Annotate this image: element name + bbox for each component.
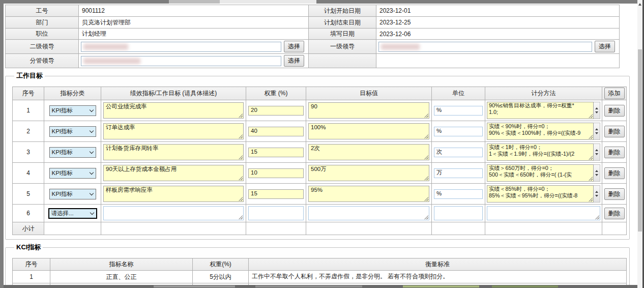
second-level-leader-input[interactable] <box>81 42 281 52</box>
subtotal-empty <box>44 222 101 235</box>
spinner-up-icon[interactable] <box>595 170 598 172</box>
scoring-textarea[interactable] <box>487 206 600 220</box>
scoring-spinner[interactable] <box>594 102 600 119</box>
scoring-spinner[interactable] <box>594 164 600 182</box>
category-select[interactable]: KPI指标 <box>49 126 96 137</box>
subtotal-empty <box>101 222 246 235</box>
first-level-leader-input[interactable] <box>378 42 592 52</box>
unit-input[interactable]: % <box>434 106 483 116</box>
category-select[interactable]: 请选择... <box>48 208 97 219</box>
kci-header-standard: 衡量标准 <box>249 258 627 271</box>
goal-textarea[interactable] <box>103 206 244 220</box>
spinner-down-icon[interactable] <box>595 153 598 155</box>
unit-input[interactable]: % <box>434 127 483 136</box>
spinner-up-icon[interactable] <box>595 128 598 130</box>
add-row-button[interactable]: 添加 <box>604 88 625 99</box>
unit-input[interactable]: 万 <box>434 168 483 178</box>
spinner-down-icon[interactable] <box>595 195 598 197</box>
resize-grip-icon[interactable] <box>424 197 428 201</box>
goal-textarea[interactable]: 计划备货库存周转率 <box>103 144 244 160</box>
delete-row-button[interactable]: 删除 <box>604 188 625 200</box>
spinner-up-icon[interactable] <box>595 107 598 109</box>
resize-grip-icon[interactable] <box>239 176 243 180</box>
resize-grip-icon[interactable] <box>589 156 593 160</box>
weight-input[interactable]: 15 <box>248 148 304 157</box>
subtotal-empty <box>246 222 306 235</box>
resize-grip-icon[interactable] <box>424 113 428 118</box>
weight-input[interactable]: 20 <box>248 106 304 116</box>
chevron-down-icon <box>90 210 94 214</box>
scoring-textarea[interactable]: 实绩＜85%时，得分=0； 85%＜实绩＜95%时，得分=((实绩-8 <box>487 185 594 203</box>
charge-leader-input[interactable] <box>81 56 281 66</box>
unit-input[interactable]: 次 <box>434 148 483 157</box>
scoring-textarea[interactable]: 实绩＜90%时，得分=0； 90%＜实绩＜100%时，得分=((实绩-9 <box>487 123 594 140</box>
weight-input[interactable]: 40 <box>248 127 304 136</box>
weight-input[interactable]: 15 <box>248 189 304 199</box>
spinner-up-icon[interactable] <box>595 191 598 193</box>
weight-input[interactable]: 10 <box>248 168 304 178</box>
scrollbar-thumb[interactable] <box>638 49 642 232</box>
employee-info-table: 工号 9001112 计划开始日期 2023-12-01 部门 贝克洛计划管理部… <box>5 5 620 68</box>
resize-grip-icon[interactable] <box>239 113 243 118</box>
resize-grip-icon[interactable] <box>589 135 593 139</box>
target-textarea[interactable]: 500万 <box>308 165 429 181</box>
category-select[interactable]: KPI指标 <box>49 105 96 116</box>
target-textarea[interactable]: 95% <box>308 186 429 202</box>
resize-grip-icon[interactable] <box>424 155 428 159</box>
category-select[interactable]: KPI指标 <box>49 168 96 179</box>
work-goal-row: 6 请选择... 删除 <box>13 205 627 222</box>
unit-input[interactable] <box>434 206 483 220</box>
scoring-spinner[interactable] <box>594 185 600 203</box>
delete-row-button[interactable]: 删除 <box>604 208 625 219</box>
row-no: 4 <box>13 163 44 184</box>
weight-input[interactable] <box>248 206 304 220</box>
delete-row-button[interactable]: 删除 <box>604 147 625 158</box>
vertical-scrollbar[interactable] <box>637 0 642 288</box>
target-textarea[interactable]: 90 <box>308 102 429 119</box>
second-level-leader-choose-button[interactable]: 选择 <box>284 41 304 52</box>
resize-grip-icon[interactable] <box>424 176 428 180</box>
resize-grip-icon[interactable] <box>595 215 599 219</box>
spinner-down-icon[interactable] <box>595 111 598 113</box>
charge-leader-choose-button[interactable]: 选择 <box>284 55 304 67</box>
unit-input[interactable]: % <box>434 189 483 199</box>
goal-textarea[interactable]: 订单达成率 <box>103 123 244 139</box>
resize-grip-icon[interactable] <box>239 215 243 219</box>
spinner-down-icon[interactable] <box>595 132 598 134</box>
page: 工号 9001112 计划开始日期 2023-12-01 部门 贝克洛计划管理部… <box>0 0 644 288</box>
scrollbar-up-icon[interactable] <box>637 1 642 7</box>
resize-grip-icon[interactable] <box>589 197 593 201</box>
spinner-down-icon[interactable] <box>595 174 598 176</box>
category-select[interactable]: KPI指标 <box>49 189 96 199</box>
category-select[interactable]: KPI指标 <box>49 147 96 158</box>
scoring-textarea[interactable]: 实绩＜1时，得分=0； 1＜实绩＜1.9时，得分=((实绩-1)/(2 <box>487 143 594 161</box>
scoring-spinner[interactable] <box>594 123 600 140</box>
resize-grip-icon[interactable] <box>589 114 593 118</box>
goal-textarea[interactable]: 90天以上存货成本金额占用 <box>103 165 244 181</box>
goal-textarea[interactable]: 样板房需求响应率 <box>103 186 244 202</box>
employee-id-label: 工号 <box>6 5 79 17</box>
scoring-textarea[interactable]: 实绩＞650万时，得分=0； 500＜实绩＜650时，得分=( (1-(实 <box>487 164 594 182</box>
scoring-textarea[interactable]: 90%≤销售目标达成率，得分=权重* 1.0; <box>487 102 594 119</box>
fill-date-label: 填写日期 <box>309 28 376 40</box>
scoring-spinner[interactable] <box>594 143 600 161</box>
spinner-up-icon[interactable] <box>595 149 598 151</box>
first-level-leader-choose-button[interactable]: 选择 <box>595 41 615 52</box>
work-goal-row: 5 KPI指标 样板房需求响应率 15 95% % 实绩＜85%时，得分=0； … <box>13 184 627 205</box>
bottom-edge-block <box>403 285 479 287</box>
kci-header-name: 指标名称 <box>50 258 193 271</box>
resize-grip-icon[interactable] <box>239 155 243 159</box>
delete-row-button[interactable]: 删除 <box>604 167 625 179</box>
goal-textarea[interactable]: 公司业绩完成率 <box>103 102 244 119</box>
resize-grip-icon[interactable] <box>239 134 243 138</box>
resize-grip-icon[interactable] <box>424 134 428 138</box>
resize-grip-icon[interactable] <box>424 215 428 219</box>
target-textarea[interactable] <box>308 206 429 220</box>
resize-grip-icon[interactable] <box>589 177 593 181</box>
redacted-name <box>381 44 420 50</box>
delete-row-button[interactable]: 删除 <box>604 105 625 117</box>
delete-row-button[interactable]: 删除 <box>604 126 625 137</box>
target-textarea[interactable]: 100% <box>308 123 429 139</box>
target-textarea[interactable]: 2次 <box>308 144 429 160</box>
resize-grip-icon[interactable] <box>239 197 243 201</box>
